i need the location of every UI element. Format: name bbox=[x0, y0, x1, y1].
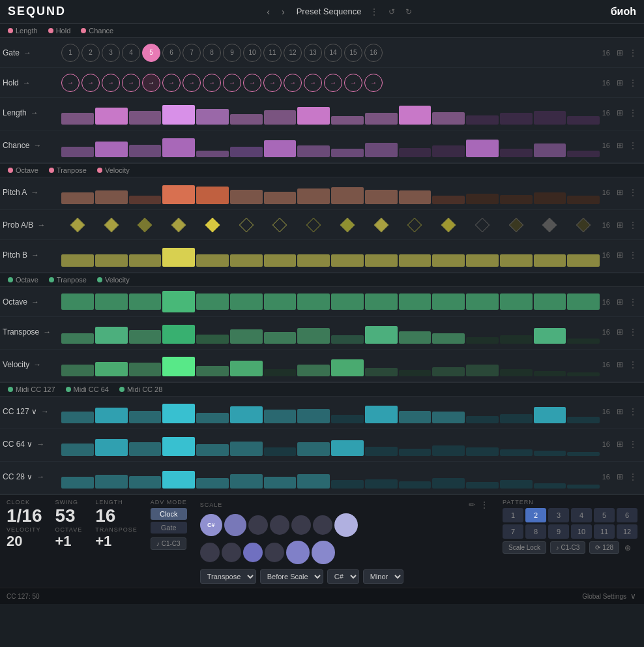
tab-midi-cc-28[interactable]: Midi CC 28 bbox=[119, 385, 162, 393]
pitch-a-step-10[interactable] bbox=[365, 190, 398, 204]
cc28-step-16[interactable] bbox=[567, 485, 600, 489]
tab-velocity[interactable]: Velocity bbox=[97, 166, 130, 174]
length-step-8[interactable] bbox=[297, 107, 330, 125]
pitch-b-step-15[interactable] bbox=[534, 254, 566, 267]
adv-clock-btn[interactable]: Clock bbox=[151, 508, 187, 520]
cc64-menu-btn[interactable]: ⋮ bbox=[627, 439, 639, 449]
length-expand-btn[interactable]: ⊞ bbox=[615, 107, 624, 119]
scale-lock-btn[interactable]: Scale Lock bbox=[503, 541, 546, 554]
prob-step-7[interactable] bbox=[264, 213, 297, 237]
transpose-step-6[interactable] bbox=[230, 329, 263, 344]
pitch-a-step-9[interactable] bbox=[331, 187, 364, 204]
prob-step-16[interactable] bbox=[567, 213, 600, 237]
cc127-step-6[interactable] bbox=[230, 406, 263, 423]
cc127-step-5[interactable] bbox=[196, 413, 229, 423]
velocity-step-5[interactable] bbox=[196, 366, 229, 376]
gate-step-11[interactable]: 11 bbox=[263, 44, 282, 62]
velocity-step-2[interactable] bbox=[95, 362, 128, 376]
prob-ab-menu-btn[interactable]: ⋮ bbox=[627, 220, 639, 230]
pitch-a-step-12[interactable] bbox=[432, 196, 465, 204]
hold-step-11[interactable]: → bbox=[263, 74, 282, 92]
octave-step-6[interactable] bbox=[230, 293, 263, 310]
pitch-a-step-15[interactable] bbox=[534, 192, 566, 204]
scale-dot-7[interactable] bbox=[334, 513, 358, 537]
velocity-step-7[interactable] bbox=[264, 369, 297, 376]
octave-step-15[interactable] bbox=[534, 293, 566, 310]
pattern-btn-4[interactable]: 4 bbox=[571, 508, 592, 522]
length-step-2[interactable] bbox=[95, 108, 128, 125]
hold-step-3[interactable]: → bbox=[102, 74, 120, 92]
cc127-step-7[interactable] bbox=[264, 410, 297, 423]
cc28-step-1[interactable] bbox=[61, 477, 94, 489]
tab-transpose[interactable]: Tranpose bbox=[49, 166, 87, 174]
pitch-a-expand-btn[interactable]: ⊞ bbox=[615, 187, 624, 198]
cc127-step-4[interactable] bbox=[162, 404, 195, 423]
hold-step-9[interactable]: → bbox=[223, 74, 241, 92]
transpose-step-9[interactable] bbox=[331, 335, 364, 344]
transpose-step-2[interactable] bbox=[95, 327, 128, 344]
scale-dot-9[interactable] bbox=[222, 543, 241, 562]
cc64-step-7[interactable] bbox=[264, 447, 297, 456]
scale-dot-6[interactable] bbox=[313, 515, 332, 535]
cc64-expand-btn[interactable]: ⊞ bbox=[615, 438, 624, 450]
hold-step-13[interactable]: → bbox=[304, 74, 322, 92]
tab-velocity2[interactable]: Velocity bbox=[97, 276, 130, 284]
pitch-b-step-13[interactable] bbox=[466, 254, 499, 267]
pitch-a-menu-btn[interactable]: ⋮ bbox=[627, 187, 639, 198]
velocity-step-1[interactable] bbox=[61, 365, 94, 376]
prob-step-4[interactable] bbox=[162, 213, 195, 237]
gate-step-4[interactable]: 4 bbox=[122, 44, 140, 62]
prob-step-5[interactable] bbox=[196, 213, 229, 237]
hold-step-2[interactable]: → bbox=[81, 74, 100, 92]
adv-gate-btn[interactable]: Gate bbox=[151, 522, 187, 534]
pitch-b-step-5[interactable] bbox=[196, 254, 229, 267]
pitch-b-step-16[interactable] bbox=[567, 254, 600, 267]
chance-step-11[interactable] bbox=[399, 148, 432, 157]
transpose-step-15[interactable] bbox=[534, 328, 566, 344]
chance-step-12[interactable] bbox=[432, 145, 465, 157]
cc28-step-14[interactable] bbox=[500, 480, 533, 489]
gate-step-5[interactable]: 5 bbox=[142, 44, 160, 62]
cc28-step-15[interactable] bbox=[534, 483, 566, 489]
transpose-step-14[interactable] bbox=[500, 335, 533, 344]
cc28-step-4[interactable] bbox=[162, 471, 195, 489]
transpose-step-4[interactable] bbox=[162, 325, 195, 344]
prob-step-8[interactable] bbox=[297, 213, 330, 237]
chance-step-5[interactable] bbox=[196, 151, 229, 157]
expand-btn[interactable]: ⊕ bbox=[623, 542, 632, 554]
transpose-step-11[interactable] bbox=[399, 331, 432, 344]
cc127-step-9[interactable] bbox=[331, 415, 364, 423]
scale-dot-4[interactable] bbox=[270, 515, 289, 535]
length-step-7[interactable] bbox=[264, 110, 297, 125]
chance-expand-btn[interactable]: ⊞ bbox=[615, 140, 624, 151]
pitch-b-step-4[interactable] bbox=[162, 248, 195, 267]
cc28-step-8[interactable] bbox=[297, 474, 330, 489]
cc127-step-15[interactable] bbox=[534, 407, 566, 423]
pattern-btn-11[interactable]: 11 bbox=[594, 524, 615, 539]
length-step-6[interactable] bbox=[230, 114, 263, 125]
transpose-value-tb[interactable]: +1 bbox=[95, 534, 138, 549]
octave-step-2[interactable] bbox=[95, 293, 128, 310]
prob-step-6[interactable] bbox=[230, 213, 263, 237]
gate-expand-btn[interactable]: ⊞ bbox=[615, 47, 624, 59]
velocity-menu-btn[interactable]: ⋮ bbox=[627, 359, 639, 370]
octave-step-11[interactable] bbox=[399, 293, 432, 310]
pitch-a-step-16[interactable] bbox=[567, 196, 600, 204]
length-value-tb[interactable]: 16 bbox=[95, 507, 138, 525]
prob-step-10[interactable] bbox=[365, 213, 398, 237]
gate-step-6[interactable]: 6 bbox=[162, 44, 181, 62]
length-step-16[interactable] bbox=[567, 116, 600, 125]
length-step-14[interactable] bbox=[500, 113, 533, 125]
chance-step-9[interactable] bbox=[331, 149, 364, 157]
swing-value[interactable]: 53 bbox=[55, 507, 83, 525]
cc64-step-10[interactable] bbox=[365, 447, 398, 456]
velocity-value-tb[interactable]: 20 bbox=[7, 534, 42, 549]
hold-step-12[interactable]: → bbox=[284, 74, 302, 92]
velocity-step-9[interactable] bbox=[331, 359, 364, 376]
pitch-b-step-7[interactable] bbox=[264, 254, 297, 267]
pattern-btn-6[interactable]: 6 bbox=[617, 508, 637, 522]
gate-step-15[interactable]: 15 bbox=[344, 44, 362, 62]
velocity-step-12[interactable] bbox=[432, 367, 465, 376]
length-menu-btn[interactable]: ⋮ bbox=[627, 108, 639, 118]
pitch-b-step-12[interactable] bbox=[432, 254, 465, 267]
